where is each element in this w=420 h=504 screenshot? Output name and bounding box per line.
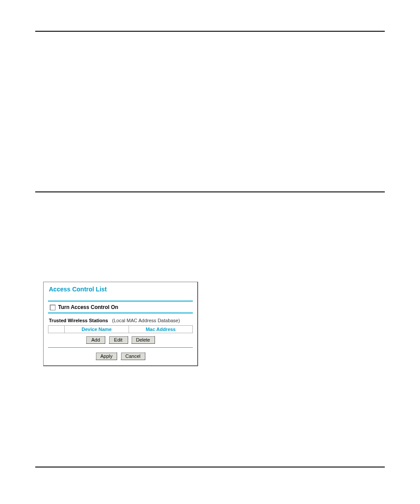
table-header-row: Device Name Mac Address [48,326,193,333]
divider-bottom [35,467,385,467]
turn-access-control-label: Turn Access Control On [58,304,118,310]
col-mac-address: Mac Address [129,326,192,333]
page: Access Control List Turn Access Control … [0,0,420,504]
col-device-name: Device Name [65,326,129,333]
add-button[interactable]: Add [86,336,105,344]
divider-top [35,31,385,32]
table-button-row: Add Edit Delete [48,333,193,347]
divider-mid [35,191,385,192]
col-select [48,326,65,333]
trusted-stations-table: Device Name Mac Address [48,325,193,333]
edit-button[interactable]: Edit [109,336,128,344]
trusted-stations-heading: Trusted Wireless Stations [49,318,108,323]
trusted-stations-heading-row: Trusted Wireless Stations (Local MAC Add… [48,318,193,325]
trusted-stations-subheading: (Local MAC Address Database) [112,318,180,323]
toggle-row: Turn Access Control On [48,302,193,313]
delete-button[interactable]: Delete [131,336,155,344]
cancel-button[interactable]: Cancel [121,352,145,360]
panel-title: Access Control List [49,286,193,293]
access-control-panel: Access Control List Turn Access Control … [43,282,198,366]
turn-access-control-checkbox[interactable] [50,305,55,310]
apply-button[interactable]: Apply [96,352,118,360]
footer-button-row: Apply Cancel [48,348,193,361]
panel-divider-2 [48,313,193,313]
